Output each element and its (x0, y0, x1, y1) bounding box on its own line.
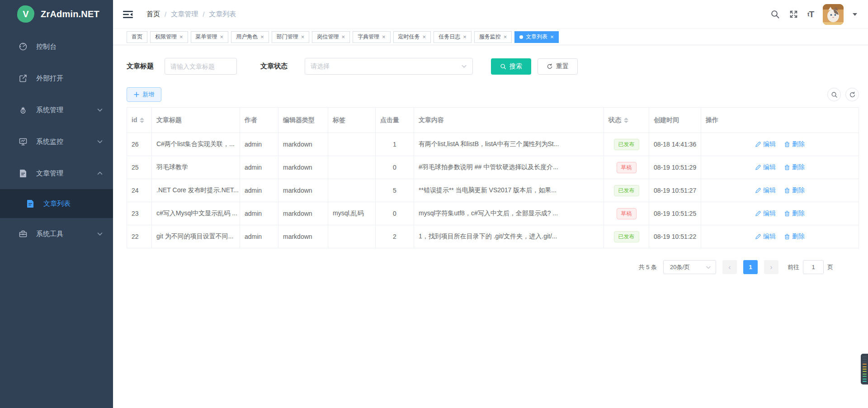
prev-page-button[interactable]: ‹ (722, 260, 737, 274)
article-status-select[interactable]: 请选择 (305, 58, 473, 75)
column-header-author: 作者 (240, 108, 278, 133)
cell-id: 22 (127, 225, 152, 248)
user-menu-caret-icon[interactable] (853, 13, 857, 16)
sidebar-subitem-文章列表[interactable]: 文章列表 (0, 189, 113, 218)
chevron-down-icon (461, 63, 467, 69)
tab-close-icon[interactable]: × (463, 34, 467, 40)
delete-button[interactable]: 删除 (784, 163, 805, 171)
cell-author: admin (240, 202, 278, 225)
tab-close-icon[interactable]: × (382, 34, 386, 40)
cell-status: 已发布 (604, 179, 649, 202)
app-title: ZrAdmin.NET (41, 9, 99, 19)
tab-close-icon[interactable]: × (423, 34, 426, 40)
tab-部门管理[interactable]: 部门管理× (272, 31, 310, 43)
sidebar-item-系统监控[interactable]: 系统监控 (0, 126, 113, 157)
cell-created: 08-18 14:41:36 (649, 133, 701, 156)
cell-author: admin (240, 225, 278, 248)
tab-label: 部门管理 (277, 33, 298, 41)
column-header-created: 创建时间 (649, 108, 701, 133)
sidebar-item-label: 外部打开 (36, 74, 103, 83)
search-button[interactable]: 搜索 (491, 58, 531, 75)
page-size-select[interactable]: 20条/页 (663, 260, 716, 274)
breadcrumb-home[interactable]: 首页 (146, 10, 160, 19)
cell-created: 08-19 10:51:22 (649, 225, 701, 248)
tab-close-icon[interactable]: × (260, 34, 264, 40)
cell-created: 08-19 10:51:25 (649, 202, 701, 225)
edit-button[interactable]: 编辑 (755, 232, 776, 241)
cell-tags (328, 179, 376, 202)
sort-icon[interactable] (624, 115, 628, 125)
delete-button[interactable]: 删除 (784, 140, 805, 148)
tab-label: 定时任务 (398, 33, 420, 41)
show-search-icon[interactable] (827, 88, 841, 101)
sidebar-item-label: 文章管理 (36, 169, 97, 178)
edit-button[interactable]: 编辑 (755, 140, 776, 148)
tab-close-icon[interactable]: × (301, 34, 305, 40)
tab-菜单管理[interactable]: 菜单管理× (191, 31, 229, 43)
sidebar-item-控制台[interactable]: 控制台 (0, 31, 113, 62)
font-size-icon[interactable]: tT (807, 9, 814, 19)
table-row: 25羽毛球教学adminmarkdown0#羽毛球拍参数说明 ## 中管软硬选择… (127, 156, 859, 179)
tab-权限管理[interactable]: 权限管理× (150, 31, 188, 43)
tab-close-icon[interactable]: × (504, 34, 507, 40)
tab-文章列表[interactable]: 文章列表× (514, 31, 559, 43)
tab-字典管理[interactable]: 字典管理× (353, 31, 391, 43)
edit-button[interactable]: 编辑 (755, 163, 776, 171)
column-header-id[interactable]: id (127, 108, 152, 133)
edit-button[interactable]: 编辑 (755, 209, 776, 218)
external-link-icon (18, 73, 28, 83)
tab-岗位管理[interactable]: 岗位管理× (312, 31, 350, 43)
goto-page-input[interactable] (803, 260, 824, 274)
cell-editor: markdown (278, 202, 328, 225)
right-edge-widget[interactable] (861, 354, 868, 384)
tab-close-icon[interactable]: × (179, 34, 183, 40)
tab-服务监控[interactable]: 服务监控× (474, 31, 512, 43)
tab-close-icon[interactable]: × (220, 34, 224, 40)
avatar[interactable] (823, 4, 844, 25)
tab-close-icon[interactable]: × (341, 34, 345, 40)
tab-定时任务[interactable]: 定时任务× (393, 31, 431, 43)
refresh-icon[interactable] (845, 88, 859, 101)
next-page-button[interactable]: › (764, 260, 778, 274)
delete-button[interactable]: 删除 (784, 186, 805, 195)
sidebar-item-label: 系统管理 (36, 106, 97, 114)
cell-editor: markdown (278, 225, 328, 248)
edit-button[interactable]: 编辑 (755, 186, 776, 195)
document-icon (25, 199, 35, 209)
table-row: 24.NET Core 发布时提示.NET...adminmarkdown5**… (127, 179, 859, 202)
tab-label: 首页 (132, 33, 142, 41)
delete-button[interactable]: 删除 (784, 232, 805, 241)
breadcrumb-article-mgmt[interactable]: 文章管理 (171, 10, 198, 19)
chevron-down-icon (97, 231, 103, 237)
sidebar-collapse-icon[interactable] (123, 10, 133, 19)
tab-首页[interactable]: 首页 (127, 31, 147, 43)
sidebar-item-label: 系统工具 (36, 230, 97, 238)
select-placeholder: 请选择 (311, 62, 330, 71)
cell-actions: 编辑删除 (701, 133, 859, 156)
add-button[interactable]: 新增 (127, 87, 161, 102)
sort-icon[interactable] (140, 115, 144, 125)
app-logo[interactable]: V ZrAdmin.NET (0, 0, 113, 28)
cell-actions: 编辑删除 (701, 225, 859, 248)
sidebar-item-系统管理[interactable]: 系统管理 (0, 94, 113, 126)
search-icon[interactable] (770, 9, 780, 19)
sidebar-item-外部打开[interactable]: 外部打开 (0, 62, 113, 94)
tab-label: 任务日志 (439, 33, 460, 41)
main-area: 首页 / 文章管理 / 文章列表 tT (113, 0, 868, 408)
sidebar-item-文章管理[interactable]: 文章管理 (0, 157, 113, 189)
column-header-status[interactable]: 状态 (604, 108, 649, 133)
reset-button[interactable]: 重置 (538, 58, 578, 75)
article-title-input[interactable] (165, 58, 237, 75)
sidebar-item-label: 控制台 (36, 43, 103, 51)
cell-clicks: 0 (376, 156, 414, 179)
fullscreen-icon[interactable] (789, 9, 798, 19)
sidebar-item-系统工具[interactable]: 系统工具 (0, 218, 113, 250)
cell-clicks: 0 (376, 202, 414, 225)
tab-close-icon[interactable]: × (550, 34, 554, 40)
cell-status: 草稿 (604, 156, 649, 179)
page-1-button[interactable]: 1 (743, 260, 758, 274)
tab-任务日志[interactable]: 任务日志× (434, 31, 472, 43)
tab-用户角色[interactable]: 用户角色× (231, 31, 269, 43)
tab-label: 岗位管理 (317, 33, 339, 41)
delete-button[interactable]: 删除 (784, 209, 805, 218)
